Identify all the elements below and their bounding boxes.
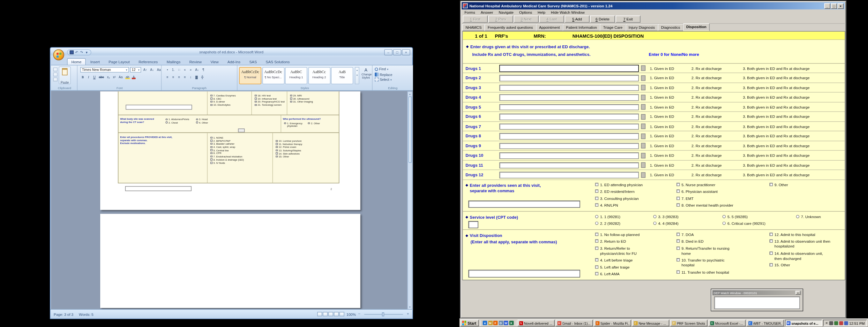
tab-disposition[interactable]: Disposition	[683, 23, 710, 31]
style-title[interactable]: AaBTitle	[331, 67, 353, 84]
close-button[interactable]: ×	[402, 49, 410, 55]
option-14-admit-to-observation-unit[interactable]: 14. Admit to observation unit, then disc…	[769, 251, 845, 261]
option-8-died-in-ed[interactable]: 8. Died in ED	[677, 239, 766, 244]
option-7-emt[interactable]: 7. EMT	[677, 196, 768, 201]
taskbar-button-spider-mozilla-fi[interactable]: SSpider - Mozilla Fi...	[594, 320, 630, 326]
paste-button[interactable]: Paste	[59, 66, 71, 84]
ribbon-tab-insert[interactable]: Insert	[86, 58, 104, 65]
page-indicator[interactable]: Page: 3 of 3	[54, 312, 73, 316]
redo-button[interactable]: ↷	[80, 50, 84, 55]
align-left-button[interactable]: ≡	[165, 74, 170, 80]
find-button[interactable]: Find▾	[375, 67, 392, 71]
volume-icon[interactable]	[829, 321, 833, 325]
option-2-ed-resident-intern[interactable]: 2. ED resident/Intern	[595, 189, 676, 194]
menu-options[interactable]: Options	[516, 10, 535, 14]
style-no-spaci[interactable]: AaBbCcDc¶ No Spaci...	[262, 67, 284, 84]
option-9-return-transfer-to-nursing[interactable]: 9. Return/Transfer to nursing home	[677, 246, 766, 256]
drugs-2-input[interactable]	[499, 75, 639, 81]
shield-icon[interactable]	[839, 321, 843, 325]
option-5-left-after-traige[interactable]: 5. Left after traige	[595, 265, 676, 270]
option-3-return-refer-to[interactable]: 3. Return/Refer to physician/clinic for …	[595, 246, 676, 256]
web-layout-view-button[interactable]	[329, 312, 334, 317]
taskbar-button-prf-screen-shots[interactable]: PPRF Screen Shots	[670, 320, 707, 326]
drugs-8-input[interactable]	[499, 133, 639, 139]
scroll-up-icon[interactable]: ▴	[408, 92, 412, 96]
zoom-slider[interactable]	[364, 314, 403, 315]
option-4-rn-lpn[interactable]: 4. RN/LPN	[595, 203, 676, 208]
menu-hide-watch-window[interactable]: Hide Watch Window	[548, 10, 588, 14]
drugs-6-input[interactable]	[499, 114, 639, 120]
toolbar-button-6-delete[interactable]: 6 Delete	[590, 16, 615, 23]
ribbon-tab-mailings[interactable]: Mailings	[162, 58, 185, 65]
option-13-admit-to-observation-unit-then[interactable]: 13. Admit to observation unit then hospi…	[769, 239, 845, 249]
tray-expand-icon[interactable]: «	[826, 320, 828, 326]
network-icon[interactable]	[834, 321, 838, 325]
print-layout-view-button[interactable]	[317, 312, 322, 317]
sort-button[interactable]: A↓	[194, 67, 200, 72]
word-icon[interactable]: W	[504, 321, 508, 325]
format-painter-button[interactable]	[53, 78, 58, 82]
underline-button[interactable]: U	[92, 74, 97, 80]
bullets-button[interactable]: •	[165, 67, 170, 72]
change-styles-button[interactable]: A Change Styles	[361, 67, 371, 84]
option-1-1-99281[interactable]: 1. 1 (99281)	[595, 214, 650, 219]
clear-formatting-button[interactable]: Aa	[156, 67, 162, 72]
drugs-12-input[interactable]	[499, 172, 639, 178]
option-15-other[interactable]: 15. Other	[769, 263, 845, 268]
toolbar-button-3-next[interactable]: 3 Next	[514, 16, 539, 23]
strikethrough-button[interactable]: abc	[98, 74, 105, 80]
option-10-transfer-to-psychiatric[interactable]: 10. Transfer to psychiatric hospital	[677, 258, 766, 268]
option-3-consulting-physician[interactable]: 3. Consulting physician	[595, 196, 676, 201]
style-heading-1[interactable]: AaBbCHeading 1	[285, 67, 307, 84]
taskbar-button-microsoft-excel[interactable]: XMicrosoft Excel -...	[708, 320, 745, 326]
ribbon-tab-sas[interactable]: SAS	[245, 58, 261, 65]
option-2-return-to-ed[interactable]: 2. Return to ED	[595, 239, 676, 244]
bold-button[interactable]: B	[81, 74, 86, 80]
option-4-4-99284[interactable]: 4. 4 (99284)	[653, 221, 708, 226]
tab-diagnostics[interactable]: Diagnostics	[658, 24, 684, 31]
taskbar-button-new-message[interactable]: ENew Message - ...	[632, 320, 669, 326]
align-right-button[interactable]: ≡	[177, 74, 182, 80]
align-center-button[interactable]: ≡	[171, 74, 176, 80]
subscript-button[interactable]: x₂	[106, 74, 111, 80]
show-desktop-icon[interactable]: D	[498, 321, 503, 325]
drugs-11-input[interactable]	[499, 162, 639, 168]
maximize-button[interactable]: □	[393, 49, 401, 55]
drugs-3-input[interactable]	[499, 85, 639, 91]
option-9-other[interactable]: 9. Other	[769, 182, 841, 187]
menu-forms[interactable]: Forms	[462, 10, 478, 14]
multilevel-list-button[interactable]: ∷	[177, 67, 182, 72]
ribbon-tab-add-ins[interactable]: Add-Ins	[223, 58, 245, 65]
taskbar-button-wbt-tmouser[interactable]: EWBT - TMOUSER...	[746, 320, 783, 326]
copy-button[interactable]	[53, 72, 58, 76]
ribbon-tab-home[interactable]: Home	[67, 58, 86, 65]
start-button[interactable]: Start	[461, 320, 479, 326]
superscript-button[interactable]: x²	[112, 74, 117, 80]
mail-icon[interactable]: M	[488, 321, 492, 325]
tab-nhamcs[interactable]: NHAMCS	[462, 24, 485, 31]
option-1-ed-attending-physician[interactable]: 1. ED attending physician	[595, 182, 676, 187]
ribbon-tab-page-layout[interactable]: Page Layout	[104, 58, 134, 65]
option-6-physician-assistant[interactable]: 6. Physician assistant	[677, 189, 768, 194]
option-5-nurse-practitioner[interactable]: 5. Nurse practitioner	[677, 182, 768, 187]
tab-injury-diagnosis[interactable]: Injury Diagnosis	[625, 24, 658, 31]
ribbon-tab-review[interactable]: Review	[185, 58, 206, 65]
minimize-button[interactable]: –	[384, 49, 393, 55]
style-heading-2[interactable]: AaBbCcHeading 2	[308, 67, 330, 84]
zoom-out-button[interactable]: −	[358, 312, 360, 317]
customize-quick-access-button[interactable]: ▾	[85, 50, 88, 55]
full-screen-reading-view-button[interactable]	[322, 312, 328, 317]
select-button[interactable]: Select▾	[375, 78, 392, 82]
option-3-3-99283[interactable]: 3. 3 (99283)	[653, 214, 708, 219]
close-button[interactable]: ×	[838, 3, 844, 9]
menu-navigate[interactable]: Navigate	[496, 10, 516, 14]
firefox-icon[interactable]: F	[493, 321, 498, 325]
menu-help[interactable]: Help	[535, 10, 548, 14]
drugs-1-input[interactable]	[499, 64, 639, 72]
toolbar-button-5-add[interactable]: 5 Add	[564, 16, 589, 23]
undo-button[interactable]: ↶	[75, 50, 79, 55]
drugs-7-input[interactable]	[499, 123, 639, 130]
shrink-font-button[interactable]: A↓	[149, 67, 155, 72]
font-size-combo[interactable]: 12▾	[130, 67, 142, 72]
save-button[interactable]	[70, 51, 74, 54]
